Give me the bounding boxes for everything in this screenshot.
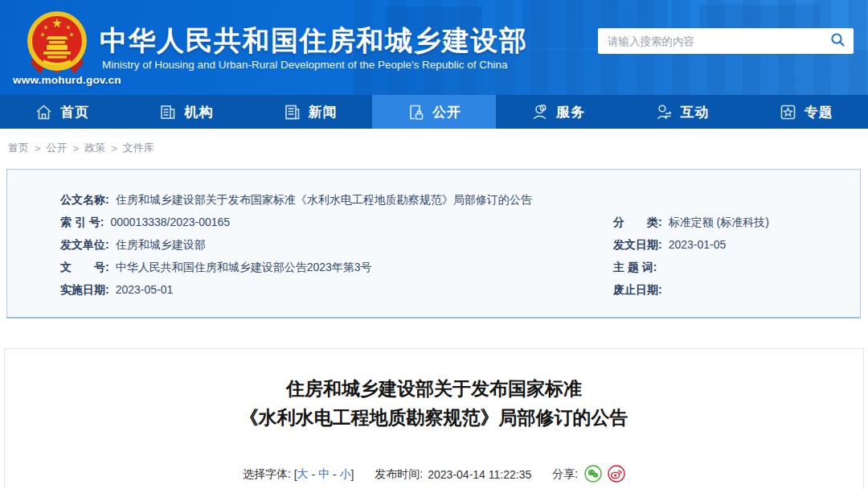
- home-icon: [35, 103, 53, 121]
- publish-time-label: 发布时间:: [375, 467, 423, 482]
- font-size-medium-button[interactable]: 中: [318, 467, 330, 482]
- meta-row-title: 公文名称: 住房和城乡建设部关于发布国家标准《水利水电工程地质勘察规范》局部修订…: [60, 188, 860, 211]
- meta-label: 主 题 词:: [613, 256, 657, 278]
- meta-label: 分 类:: [613, 211, 662, 233]
- article-title-line2: 《水利水电工程地质勘察规范》局部修订的公告: [5, 403, 863, 432]
- meta-value: 2023-05-01: [116, 278, 174, 301]
- nav-item-label: 机构: [184, 103, 213, 121]
- breadcrumb-separator: >: [111, 142, 117, 154]
- breadcrumb-policy[interactable]: 政策: [84, 141, 105, 155]
- meta-value: 住房和城乡建设部关于发布国家标准《水利水电工程地质勘察规范》局部修订的公告: [116, 188, 532, 211]
- meta-value: 住房和城乡建设部: [116, 233, 206, 256]
- meta-label: 文 号:: [60, 256, 109, 278]
- font-size-selector: 选择字体: [ 大 - 中 - 小 ]: [243, 467, 354, 482]
- nav-item-disclosure[interactable]: 公开: [372, 95, 496, 129]
- meta-label: 发文单位:: [60, 233, 109, 256]
- font-size-small-button[interactable]: 小: [339, 467, 350, 482]
- nav-item-label: 公开: [432, 103, 461, 121]
- wechat-icon: [584, 465, 602, 485]
- font-selector-label: 选择字体:: [243, 467, 291, 482]
- nav-item-organization[interactable]: 机构: [124, 95, 248, 129]
- site-title-cn: 中华人民共和国住房和城乡建设部: [100, 23, 528, 60]
- service-icon: [530, 103, 549, 121]
- meta-row: 实施日期: 2023-05-01 废止日期:: [60, 278, 860, 301]
- search-input[interactable]: [608, 35, 830, 47]
- meta-row: 文 号: 中华人民共和国住房和城乡建设部公告2023年第3号 主 题 词:: [60, 256, 860, 278]
- meta-row: 发文单位: 住房和城乡建设部 发文日期: 2023-01-05: [60, 233, 860, 256]
- font-size-separator: -: [330, 468, 339, 481]
- weibo-share-button[interactable]: [608, 465, 625, 485]
- share-icons: [584, 465, 625, 485]
- breadcrumb-home[interactable]: 首页: [8, 141, 29, 155]
- disclosure-icon: [407, 103, 425, 121]
- china-national-emblem-icon: [24, 10, 90, 79]
- meta-label: 发文日期:: [613, 233, 662, 256]
- search-icon: [830, 32, 845, 50]
- bracket-close: ]: [350, 468, 354, 481]
- publish-time-value: 2023-04-14 11:22:35: [428, 468, 531, 481]
- meta-value: 标准定额 (标准科技): [669, 211, 769, 233]
- interaction-icon: [655, 103, 674, 121]
- site-url: www.mohurd.gov.cn: [13, 74, 121, 86]
- article-meta-bar: 选择字体: [ 大 - 中 - 小 ] 发布时间: 2023-04-14 11:…: [5, 464, 863, 485]
- nav-item-news[interactable]: 新闻: [248, 95, 372, 129]
- meta-value: 000013338/2023-00165: [110, 211, 230, 233]
- site-header: www.mohurd.gov.cn 中华人民共和国住房和城乡建设部 Minist…: [0, 0, 868, 95]
- wechat-share-button[interactable]: [584, 465, 602, 485]
- meta-label: 公文名称:: [60, 188, 109, 211]
- meta-value: 2023-01-05: [669, 233, 727, 256]
- nav-item-label: 新闻: [309, 103, 338, 121]
- meta-label: 实施日期:: [60, 278, 109, 301]
- font-size-large-button[interactable]: 大: [297, 467, 309, 482]
- main-nav: 首页 机构 新闻: [0, 95, 868, 129]
- share-label: 分享:: [552, 467, 578, 482]
- breadcrumb-separator: >: [73, 142, 80, 154]
- nav-item-topics[interactable]: 专题: [744, 95, 868, 129]
- meta-label: 废止日期:: [613, 278, 662, 301]
- meta-row: 索 引 号: 000013338/2023-00165 分 类: 标准定额 (标…: [60, 211, 860, 233]
- site-title-en: Ministry of Housing and Urban-Rural Deve…: [102, 59, 508, 71]
- weibo-icon: [608, 465, 625, 485]
- search-box: [598, 28, 854, 54]
- nav-item-label: 专题: [805, 103, 833, 121]
- meta-label: 索 引 号:: [60, 211, 104, 233]
- breadcrumb: 首页 > 公开 > 政策 > 文件库: [8, 141, 154, 155]
- article-title-line1: 住房和城乡建设部关于发布国家标准: [5, 374, 863, 403]
- organization-icon: [158, 103, 177, 121]
- document-meta-box: 公文名称: 住房和城乡建设部关于发布国家标准《水利水电工程地质勘察规范》局部修订…: [6, 169, 861, 318]
- breadcrumb-disclosure[interactable]: 公开: [47, 141, 68, 155]
- nav-item-services[interactable]: 服务: [496, 95, 620, 129]
- font-size-separator: -: [309, 468, 318, 481]
- mohurd-gov-page: www.mohurd.gov.cn 中华人民共和国住房和城乡建设部 Minist…: [0, 0, 868, 489]
- nav-item-label: 互动: [681, 103, 710, 121]
- meta-value: 中华人民共和国住房和城乡建设部公告2023年第3号: [116, 256, 372, 278]
- breadcrumb-separator: >: [35, 142, 41, 154]
- topics-icon: [779, 103, 797, 121]
- nav-item-home[interactable]: 首页: [0, 95, 124, 129]
- nav-item-label: 服务: [556, 103, 585, 121]
- article-box: 住房和城乡建设部关于发布国家标准 《水利水电工程地质勘察规范》局部修订的公告 选…: [4, 348, 864, 489]
- nav-item-label: 首页: [60, 103, 89, 121]
- nav-item-interaction[interactable]: 互动: [620, 95, 743, 129]
- search-button[interactable]: [830, 32, 845, 50]
- breadcrumb-document-library[interactable]: 文件库: [123, 141, 154, 155]
- article-title: 住房和城乡建设部关于发布国家标准 《水利水电工程地质勘察规范》局部修订的公告: [5, 374, 863, 432]
- news-icon: [283, 103, 301, 121]
